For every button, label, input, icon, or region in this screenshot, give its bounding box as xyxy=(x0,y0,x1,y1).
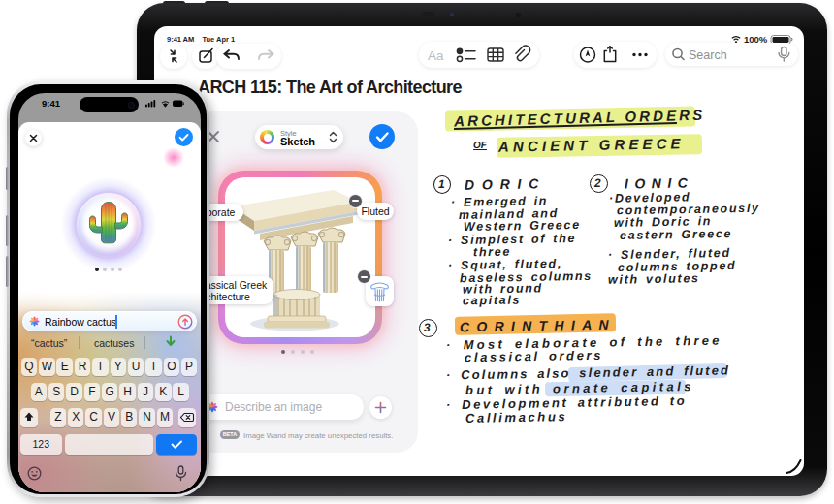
svg-text:Search: Search xyxy=(689,48,727,62)
svg-text:Aa: Aa xyxy=(428,48,444,63)
